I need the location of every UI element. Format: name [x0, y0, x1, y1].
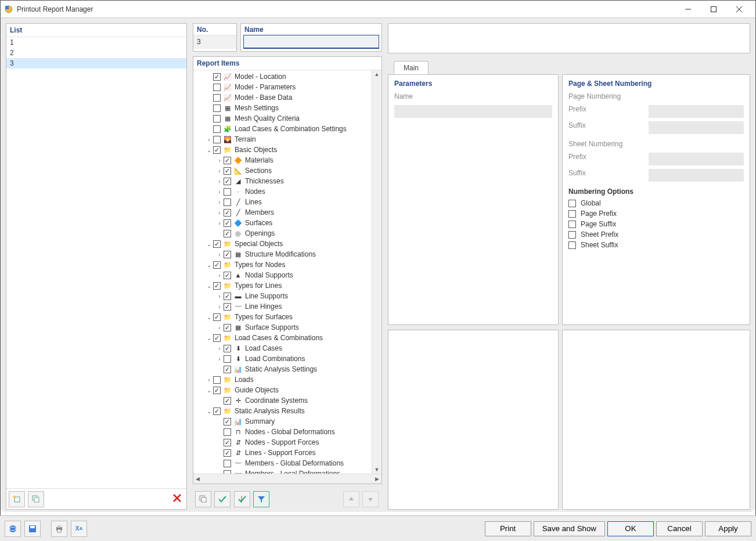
- tree-checkbox[interactable]: [213, 407, 221, 415]
- minimize-button[interactable]: [675, 1, 701, 17]
- expand-arrow-icon[interactable]: ⌄: [205, 262, 213, 268]
- tree-item[interactable]: 〰Members - Local Deformations: [193, 468, 372, 474]
- tree-checkbox[interactable]: [224, 219, 231, 227]
- list-item[interactable]: 1: [6, 37, 186, 48]
- tree-item[interactable]: ▦Mesh Quality Criteria: [193, 113, 372, 124]
- scroll-down-icon[interactable]: ▼: [373, 466, 381, 474]
- tree-item[interactable]: ›▦Structure Modifications: [193, 249, 372, 259]
- tree-checkbox[interactable]: [224, 178, 231, 185]
- report-items-tree[interactable]: 📈Model - Location📈Model - Parameters📈Mod…: [193, 70, 372, 474]
- maximize-button[interactable]: [701, 1, 726, 17]
- tree-item[interactable]: ›·Nodes: [193, 186, 372, 197]
- tree-item[interactable]: ›▬Line Supports: [193, 291, 372, 301]
- tree-scrollbar-horizontal[interactable]: ◀ ▶: [193, 474, 381, 484]
- tree-item[interactable]: ›🔷Surfaces: [193, 218, 372, 228]
- tree-item[interactable]: ›▦Surface Supports: [193, 322, 372, 333]
- tree-checkbox[interactable]: [213, 115, 221, 122]
- tree-item[interactable]: 〰Members - Global Deformations: [193, 458, 372, 468]
- expand-arrow-icon[interactable]: ›: [215, 199, 224, 205]
- tree-item[interactable]: ›╱Lines: [193, 197, 372, 207]
- numbering-option-checkbox[interactable]: [568, 200, 576, 207]
- page-prefix-input[interactable]: [649, 105, 744, 118]
- tree-item[interactable]: ◎Openings: [193, 228, 372, 239]
- cancel-button[interactable]: Cancel: [656, 521, 703, 536]
- page-suffix-input[interactable]: [649, 121, 744, 134]
- expand-arrow-icon[interactable]: ›: [205, 377, 213, 383]
- tree-item[interactable]: ›⬇Load Combinations: [193, 354, 372, 364]
- footer-save-button[interactable]: [24, 521, 41, 537]
- tree-copy-button[interactable]: [195, 491, 211, 507]
- tree-item[interactable]: 🧩Load Cases & Combination Settings: [193, 124, 372, 134]
- print-button[interactable]: Print: [485, 521, 531, 536]
- tree-checkbox[interactable]: [213, 376, 221, 384]
- tree-checkbox[interactable]: [224, 209, 231, 217]
- tree-checkbox[interactable]: [224, 428, 231, 436]
- expand-arrow-icon[interactable]: ⌄: [205, 387, 213, 394]
- numbering-option-checkbox[interactable]: [568, 210, 576, 218]
- tree-checkbox[interactable]: [213, 261, 221, 269]
- tree-item[interactable]: ›▲Nodal Supports: [193, 270, 372, 280]
- expand-arrow-icon[interactable]: ›: [215, 293, 224, 300]
- tree-item[interactable]: 📊Summary: [193, 416, 372, 427]
- list-item[interactable]: 3: [6, 58, 186, 68]
- tree-checkbox[interactable]: [224, 230, 231, 237]
- tree-checkbox[interactable]: [213, 73, 221, 81]
- tree-item[interactable]: 📊Static Analysis Settings: [193, 364, 372, 374]
- tab-main[interactable]: Main: [394, 61, 429, 74]
- tree-checkbox[interactable]: [224, 251, 231, 258]
- tree-item[interactable]: ⊓Nodes - Global Deformations: [193, 427, 372, 437]
- tree-checkbox[interactable]: [224, 449, 231, 457]
- tree-item[interactable]: ⌄📁Load Cases & Combinations: [193, 333, 372, 343]
- tree-item[interactable]: ⌄📁Types for Surfaces: [193, 312, 372, 322]
- tree-item[interactable]: ✛Coordinate Systems: [193, 395, 372, 406]
- tree-item[interactable]: 📈Model - Location: [193, 71, 372, 82]
- tree-item[interactable]: ⇵Nodes - Support Forces: [193, 437, 372, 448]
- tree-checkbox[interactable]: [224, 397, 231, 405]
- tree-check-all-button[interactable]: [214, 491, 231, 507]
- tree-item[interactable]: ⌄📁Types for Lines: [193, 280, 372, 291]
- tree-checkbox[interactable]: [224, 303, 231, 311]
- expand-arrow-icon[interactable]: ⌄: [205, 241, 213, 247]
- tree-checkbox[interactable]: [213, 125, 221, 133]
- tree-item[interactable]: 📈Model - Parameters: [193, 82, 372, 92]
- tree-checkbox[interactable]: [213, 84, 221, 91]
- tree-checkbox[interactable]: [224, 460, 231, 467]
- expand-arrow-icon[interactable]: ⌄: [205, 147, 213, 153]
- tree-item[interactable]: 📈Model - Base Data: [193, 92, 372, 103]
- footer-language-button[interactable]: XA: [71, 521, 87, 537]
- expand-arrow-icon[interactable]: ›: [215, 178, 224, 185]
- tree-checkbox[interactable]: [224, 167, 231, 175]
- tree-checkbox[interactable]: [224, 345, 231, 352]
- expand-arrow-icon[interactable]: ›: [215, 356, 224, 362]
- tree-checkbox[interactable]: [213, 146, 221, 154]
- close-button[interactable]: [726, 1, 752, 17]
- apply-button[interactable]: Apply: [705, 521, 751, 536]
- tree-checkbox[interactable]: [224, 272, 231, 279]
- tree-checkbox[interactable]: [224, 157, 231, 164]
- expand-arrow-icon[interactable]: ›: [215, 251, 224, 258]
- expand-arrow-icon[interactable]: ›: [215, 345, 224, 352]
- scroll-left-icon[interactable]: ◀: [195, 475, 201, 483]
- expand-arrow-icon[interactable]: ›: [215, 304, 224, 310]
- numbering-option-checkbox[interactable]: [568, 241, 576, 249]
- tree-item[interactable]: ›◢Thicknesses: [193, 176, 372, 186]
- expand-arrow-icon[interactable]: ⌄: [205, 335, 213, 341]
- expand-arrow-icon[interactable]: ⌄: [205, 314, 213, 320]
- param-name-input[interactable]: [394, 105, 552, 118]
- tree-checkbox[interactable]: [213, 387, 221, 394]
- tree-item[interactable]: ›🔶Materials: [193, 155, 372, 165]
- tree-item[interactable]: ›🌄Terrain: [193, 134, 372, 145]
- tree-checkbox[interactable]: [213, 334, 221, 342]
- tree-checkbox[interactable]: [224, 293, 231, 300]
- tree-checkbox[interactable]: [224, 418, 231, 425]
- tree-checkbox[interactable]: [213, 94, 221, 102]
- expand-arrow-icon[interactable]: ⌄: [205, 408, 213, 414]
- tree-item[interactable]: ⌄📁Basic Objects: [193, 145, 372, 155]
- tree-move-up-button[interactable]: [343, 491, 359, 507]
- tree-checkbox[interactable]: [213, 136, 221, 143]
- delete-list-button[interactable]: [170, 491, 184, 507]
- tree-item[interactable]: ›〰Line Hinges: [193, 301, 372, 312]
- tree-move-down-button[interactable]: [362, 491, 379, 507]
- tree-checkbox[interactable]: [224, 355, 231, 363]
- expand-arrow-icon[interactable]: ›: [215, 189, 224, 195]
